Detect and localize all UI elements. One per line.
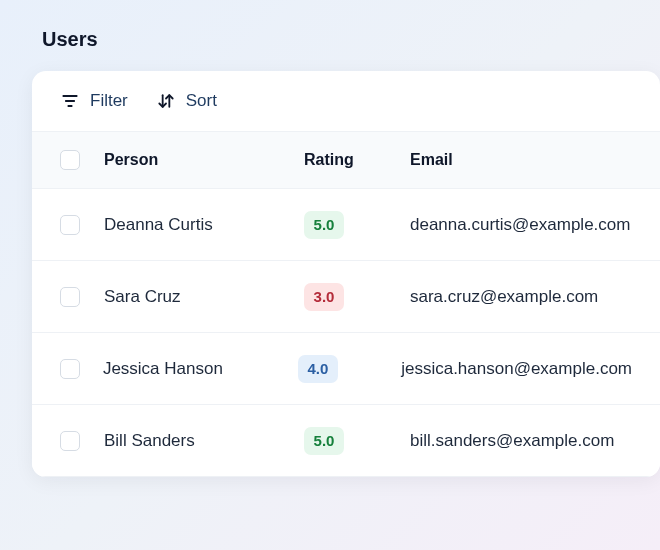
row-checkbox[interactable] [60,359,80,379]
cell-person: Sara Cruz [104,287,304,307]
cell-email: bill.sanders@example.com [410,431,632,451]
table-row[interactable]: Sara Cruz3.0sara.cruz@example.com [32,261,660,333]
cell-person: Deanna Curtis [104,215,304,235]
rating-badge: 5.0 [304,427,344,455]
cell-email: deanna.curtis@example.com [410,215,632,235]
table-row[interactable]: Jessica Hanson4.0jessica.hanson@example.… [32,333,660,405]
cell-email: sara.cruz@example.com [410,287,632,307]
row-checkbox[interactable] [60,431,80,451]
row-checkbox[interactable] [60,215,80,235]
column-header-person[interactable]: Person [104,151,304,169]
cell-email: jessica.hanson@example.com [401,359,632,379]
sort-label: Sort [186,91,217,111]
users-table: Person Rating Email Deanna Curtis5.0dean… [32,131,660,477]
toolbar: Filter Sort [32,71,660,131]
filter-button[interactable]: Filter [60,91,128,111]
users-card: Filter Sort Person [32,71,660,477]
filter-label: Filter [90,91,128,111]
row-checkbox[interactable] [60,287,80,307]
table-header-row: Person Rating Email [32,131,660,189]
column-header-email[interactable]: Email [410,151,632,169]
cell-person: Bill Sanders [104,431,304,451]
cell-person: Jessica Hanson [103,359,298,379]
sort-button[interactable]: Sort [156,91,217,111]
rating-badge: 5.0 [304,211,344,239]
table-row[interactable]: Bill Sanders5.0bill.sanders@example.com [32,405,660,477]
rating-badge: 4.0 [298,355,338,383]
filter-icon [60,91,80,111]
table-row[interactable]: Deanna Curtis5.0deanna.curtis@example.co… [32,189,660,261]
select-all-checkbox[interactable] [60,150,80,170]
sort-icon [156,91,176,111]
column-header-rating[interactable]: Rating [304,151,410,169]
page-title: Users [42,28,660,51]
table-body: Deanna Curtis5.0deanna.curtis@example.co… [32,189,660,477]
rating-badge: 3.0 [304,283,344,311]
